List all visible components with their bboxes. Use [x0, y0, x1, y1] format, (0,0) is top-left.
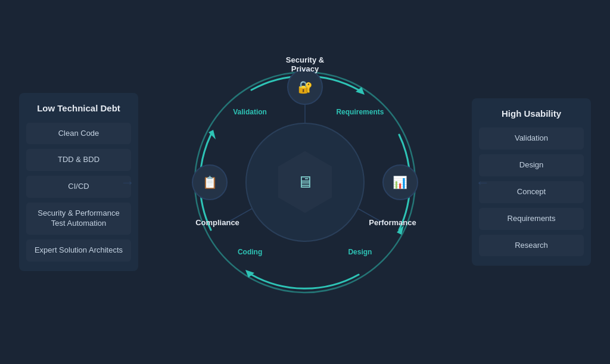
monitor-icon: 🖥 [297, 172, 313, 192]
list-item: Validation [479, 127, 584, 150]
list-item: Concept [479, 181, 584, 203]
coding-arrow-label: Coding [238, 248, 262, 256]
list-item: Research [479, 235, 584, 257]
performance-node: 📊 [382, 164, 418, 200]
main-container: Low Technical Debt Clean Code TDD & BDD … [19, 15, 591, 349]
center-hexagon: 🖥 [278, 151, 332, 213]
left-panel-title: Low Technical Debt [26, 102, 131, 114]
compliance-icon: 📋 [203, 175, 217, 189]
list-item: TDD & BDD [26, 149, 131, 171]
design-arrow-label: Design [348, 248, 372, 256]
security-node: 🔐 [287, 69, 323, 105]
performance-label: Performance [366, 217, 419, 226]
list-item: Expert Solution Architects [26, 239, 131, 262]
right-arrow-icon: ← [475, 174, 490, 191]
security-icon: 🔐 [298, 80, 313, 94]
right-panel-title: High Usability [479, 108, 584, 120]
list-item: CI/CD [26, 176, 131, 198]
list-item: Clean Code [26, 123, 131, 145]
validation-arrow-label: Validation [233, 108, 267, 116]
compliance-node: 📋 [192, 164, 228, 200]
inner-circle: 🖥 [245, 123, 365, 242]
list-item: Security & Performance Test Automation [26, 203, 131, 235]
performance-icon: 📊 [393, 175, 407, 189]
left-arrow-icon: → [120, 174, 135, 191]
list-item: Design [479, 154, 584, 176]
right-panel: High Usability Validation Design Concept… [472, 98, 591, 266]
requirements-arrow-label: Requirements [336, 108, 384, 116]
compliance-label: Compliance [191, 217, 244, 226]
security-label: Security & Privacy [278, 55, 332, 73]
diagram-wrapper: 🖥 🔐 📋 📊 Security & Privacy Compliance [180, 57, 430, 307]
center-diagram: 🖥 🔐 📋 📊 Security & Privacy Compliance [138, 15, 472, 349]
list-item: Requirements [479, 208, 584, 230]
